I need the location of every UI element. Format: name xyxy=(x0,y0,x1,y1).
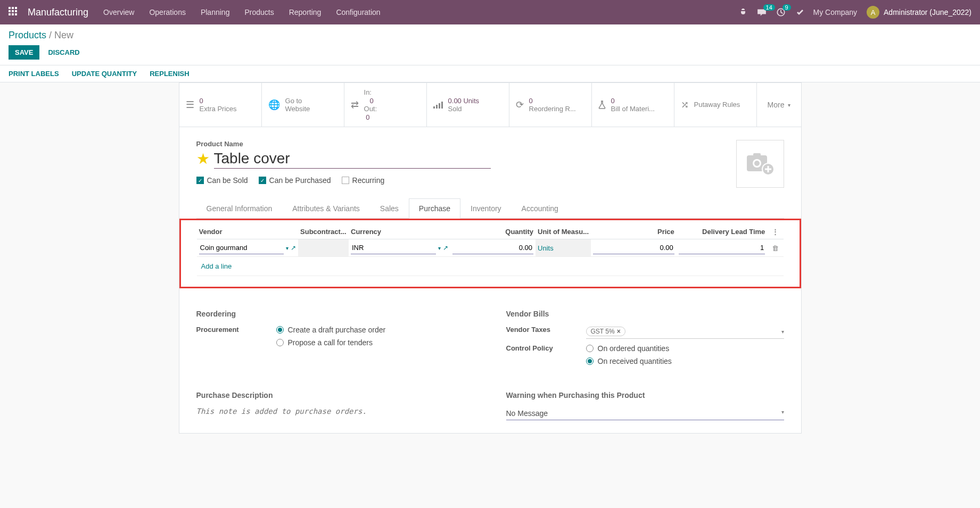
stat-more[interactable]: More ▾ xyxy=(757,83,801,127)
control-policy-label: Control Policy xyxy=(506,344,586,370)
breadcrumb-root[interactable]: Products xyxy=(9,30,46,40)
vendor-bills-title: Vendor Bills xyxy=(506,310,784,318)
procurement-label: Procurement xyxy=(196,326,276,351)
col-vendor: Vendor xyxy=(197,224,299,239)
discard-button[interactable]: DISCARD xyxy=(48,48,79,56)
messages-badge: 14 xyxy=(763,4,775,11)
external-link-icon[interactable]: ↗ xyxy=(443,244,448,252)
save-button[interactable]: SAVE xyxy=(9,45,39,60)
stat-extra-prices[interactable]: ☰ 0Extra Prices xyxy=(179,83,262,127)
quantity-input[interactable] xyxy=(452,241,533,254)
stat-transfers[interactable]: ⇄ In: 0 Out: 0 xyxy=(344,83,427,127)
print-labels-button[interactable]: PRINT LABELS xyxy=(9,70,59,78)
button-row: SAVE DISCARD xyxy=(9,45,971,60)
product-image-upload[interactable] xyxy=(736,140,784,188)
control-received-radio[interactable]: On received quantities xyxy=(586,357,784,365)
control-ordered-radio[interactable]: On ordered quantities xyxy=(586,344,784,353)
radio-icon xyxy=(276,326,284,334)
replenish-button[interactable]: REPLENISH xyxy=(150,70,189,78)
stat-reordering[interactable]: ⟳ 0Reordering R... xyxy=(509,83,592,127)
list-icon: ☰ xyxy=(186,99,194,111)
nav-products[interactable]: Products xyxy=(244,8,274,16)
tab-general[interactable]: General Information xyxy=(196,198,283,219)
app-title[interactable]: Manufacturing xyxy=(28,7,88,18)
tax-tag: GST 5% × xyxy=(586,327,625,336)
col-quantity: Quantity xyxy=(450,224,536,239)
price-input[interactable] xyxy=(593,241,674,254)
svg-rect-3 xyxy=(439,103,440,109)
activities-badge: 9 xyxy=(783,4,791,11)
company-switcher[interactable]: My Company xyxy=(813,8,857,16)
col-lead-time: Delivery Lead Time xyxy=(677,224,768,239)
uom-cell[interactable]: Units xyxy=(536,239,591,257)
stat-putaway[interactable]: ⤮ Putaway Rules xyxy=(674,83,757,127)
nav-operations[interactable]: Operations xyxy=(149,8,185,16)
stat-bom[interactable]: 0Bill of Materi... xyxy=(592,83,674,127)
update-quantity-button[interactable]: UPDATE QUANTITY xyxy=(72,70,137,78)
tab-attributes[interactable]: Attributes & Variants xyxy=(282,198,370,219)
activities-icon[interactable]: 9 xyxy=(776,7,786,17)
nav-planning[interactable]: Planning xyxy=(201,8,230,16)
vendor-taxes-label: Vendor Taxes xyxy=(506,326,586,339)
vendor-highlight-box: Vendor Subcontract... Currency Quantity … xyxy=(179,219,801,288)
tab-inventory[interactable]: Inventory xyxy=(460,198,512,219)
dropdown-icon[interactable]: ▾ xyxy=(438,245,441,251)
favorite-star-icon[interactable]: ★ xyxy=(196,150,210,168)
form-sheet: ☰ 0Extra Prices 🌐 Go toWebsite ⇄ In: 0 O… xyxy=(179,82,802,434)
product-name-input[interactable] xyxy=(214,149,491,169)
vendor-input[interactable] xyxy=(199,241,284,254)
vendor-table: Vendor Subcontract... Currency Quantity … xyxy=(197,224,784,276)
stat-website[interactable]: 🌐 Go toWebsite xyxy=(262,83,344,127)
vendor-row: ▾ ↗ ▾ ↗ xyxy=(197,239,784,257)
top-nav: Manufacturing Overview Operations Planni… xyxy=(0,0,980,24)
dropdown-icon[interactable]: ▾ xyxy=(286,245,289,251)
messages-icon[interactable]: 14 xyxy=(757,7,767,17)
globe-icon: 🌐 xyxy=(268,99,280,111)
external-link-icon[interactable]: ↗ xyxy=(291,244,296,252)
col-subcontract: Subcontract... xyxy=(298,224,349,239)
can-be-purchased-checkbox[interactable]: ✓ Can be Purchased xyxy=(259,176,331,185)
currency-input[interactable] xyxy=(351,241,436,254)
procurement-draft-radio[interactable]: Create a draft purchase order xyxy=(276,326,474,334)
svg-point-7 xyxy=(754,161,760,166)
columns-menu-icon[interactable]: ⋮ xyxy=(772,228,779,236)
user-name: Administrator (June_2022) xyxy=(884,8,971,16)
checkbox-icon: ✓ xyxy=(259,177,266,184)
purchase-desc-input[interactable] xyxy=(196,407,474,415)
tab-purchase[interactable]: Purchase xyxy=(409,198,460,219)
bug-icon[interactable] xyxy=(739,8,747,16)
tabs: General Information Attributes & Variant… xyxy=(196,198,784,219)
col-price: Price xyxy=(591,224,676,239)
delete-row-icon[interactable]: 🗑 xyxy=(772,244,779,252)
bars-icon xyxy=(433,101,443,109)
lead-time-input[interactable] xyxy=(679,241,765,254)
breadcrumb-sep: / xyxy=(49,30,54,40)
tab-sales[interactable]: Sales xyxy=(370,198,409,219)
stat-sold[interactable]: 0.00 UnitsSold xyxy=(427,83,509,127)
dropdown-icon[interactable]: ▾ xyxy=(781,329,784,335)
nav-reporting[interactable]: Reporting xyxy=(289,8,322,16)
user-menu[interactable]: A Administrator (June_2022) xyxy=(867,6,971,19)
subcontract-cell[interactable] xyxy=(298,239,349,257)
shuffle-icon: ⤮ xyxy=(681,99,689,111)
col-uom: Unit of Measu... xyxy=(536,224,591,239)
can-be-sold-checkbox[interactable]: ✓ Can be Sold xyxy=(196,176,248,185)
vendor-taxes-input[interactable]: GST 5% × ▾ xyxy=(586,326,784,339)
recurring-checkbox[interactable]: Recurring xyxy=(342,176,385,185)
svg-rect-4 xyxy=(441,102,443,109)
warning-title: Warning when Purchasing this Product xyxy=(506,391,784,399)
tab-accounting[interactable]: Accounting xyxy=(512,198,569,219)
svg-rect-8 xyxy=(753,153,761,156)
stat-row: ☰ 0Extra Prices 🌐 Go toWebsite ⇄ In: 0 O… xyxy=(179,83,801,127)
nav-configuration[interactable]: Configuration xyxy=(336,8,380,16)
add-line-button[interactable]: Add a line xyxy=(199,259,234,273)
avatar: A xyxy=(867,6,879,19)
checkbox-icon xyxy=(342,177,349,184)
flask-icon xyxy=(598,101,606,109)
nav-overview[interactable]: Overview xyxy=(103,8,134,16)
warning-select[interactable]: No Message ▾ xyxy=(506,407,784,420)
tools-icon[interactable] xyxy=(795,8,804,16)
procurement-tender-radio[interactable]: Propose a call for tenders xyxy=(276,338,474,347)
remove-tag-icon[interactable]: × xyxy=(617,328,621,335)
apps-icon[interactable] xyxy=(9,7,19,18)
